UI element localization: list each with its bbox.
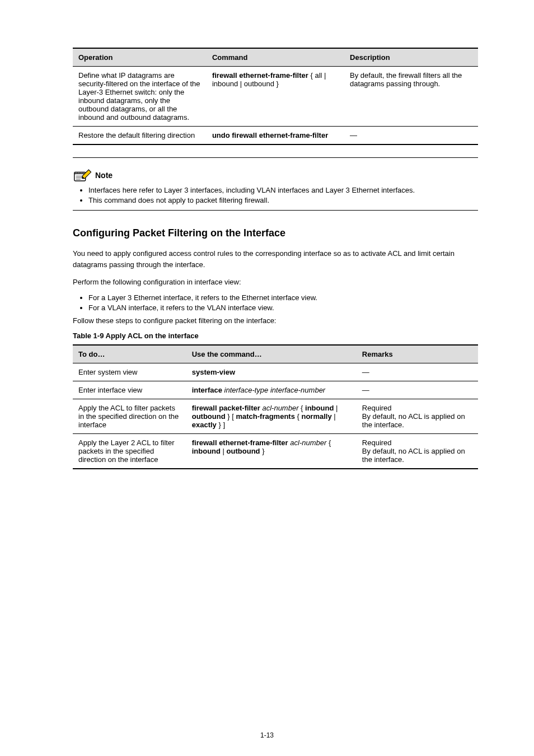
table-row: Enter interface view interface interface…	[73, 381, 478, 399]
divider	[73, 157, 478, 158]
cell-command: firewall ethernet-frame-filter acl-numbe…	[186, 434, 357, 469]
table-caption-text: Table 1-9 Apply ACL on the interface	[73, 332, 199, 340]
section-paragraph: You need to apply configured access cont…	[73, 248, 478, 270]
cell-remarks: —	[357, 381, 478, 399]
cell-todo: Apply the Layer 2 ACL to filter packets …	[73, 434, 186, 469]
cell-command: undo firewall ethernet-frame-filter	[207, 127, 344, 145]
page-number: 1-13	[0, 731, 534, 739]
table-row: Apply the Layer 2 ACL to filter packets …	[73, 434, 478, 469]
cell-todo: Enter interface view	[73, 381, 186, 399]
command-bold: firewall ethernet-frame-filter	[212, 71, 308, 80]
table2-header-command: Use the command…	[186, 345, 357, 363]
cell-operation: Restore the default filtering direction	[73, 127, 207, 145]
table-row: Enter system view system-view —	[73, 363, 478, 381]
table2-header-todo: To do…	[73, 345, 186, 363]
section-heading: Configuring Packet Filtering on the Inte…	[73, 227, 478, 239]
svg-point-6	[82, 172, 82, 173]
table-row: Apply the ACL to filter packets in the s…	[73, 399, 478, 434]
svg-point-4	[79, 172, 79, 173]
cell-remarks: RequiredBy default, no ACL is applied on…	[357, 399, 478, 434]
table-row: Define what IP datagrams are security-fi…	[73, 67, 478, 127]
follow-to-text: Follow these steps to configure packet f…	[73, 315, 478, 326]
cell-remarks: —	[357, 363, 478, 381]
table-apply-acl: To do… Use the command… Remarks Enter sy…	[73, 344, 478, 469]
page: Operation Command Description Define wha…	[0, 0, 534, 756]
note-icon	[73, 168, 92, 183]
svg-point-7	[83, 172, 84, 173]
command-bold: undo firewall ethernet-frame-filter	[212, 131, 328, 139]
table2-header-remarks: Remarks	[357, 345, 478, 363]
list-item: For a VLAN interface, it refers to the V…	[88, 304, 478, 312]
cell-command: interface interface-type interface-numbe…	[186, 381, 357, 399]
cell-todo: Enter system view	[73, 363, 186, 381]
table1-header-operation: Operation	[73, 48, 207, 67]
list-item: Interfaces here refer to Layer 3 interfa…	[88, 186, 478, 194]
list-item: This command does not apply to packet fi…	[88, 196, 478, 204]
table1-header-command: Command	[207, 48, 344, 67]
cell-command: firewall ethernet-frame-filter { all | i…	[207, 67, 344, 127]
table-row: Restore the default filtering direction …	[73, 127, 478, 145]
cell-description: By default, the firewall filters all the…	[344, 67, 478, 127]
table-firewall-filter: Operation Command Description Define wha…	[73, 48, 478, 145]
pre-list-text: Perform the following configuration in i…	[73, 277, 478, 288]
note-label: Note	[95, 171, 113, 180]
cell-command: firewall packet-filter acl-number { inbo…	[186, 399, 357, 434]
interface-view-bullets: For a Layer 3 Ethernet interface, it ref…	[73, 293, 478, 312]
note-block: Note Interfaces here refer to Layer 3 in…	[73, 168, 478, 204]
cell-operation: Define what IP datagrams are security-fi…	[73, 67, 207, 127]
cell-description: —	[344, 127, 478, 145]
cell-remarks: RequiredBy default, no ACL is applied on…	[357, 434, 478, 469]
divider	[73, 210, 478, 211]
table-caption: Table 1-9 Apply ACL on the interface	[73, 332, 478, 340]
list-item: For a Layer 3 Ethernet interface, it ref…	[88, 293, 478, 302]
note-bullets: Interfaces here refer to Layer 3 interfa…	[73, 186, 478, 204]
cell-todo: Apply the ACL to filter packets in the s…	[73, 399, 186, 434]
cell-command: system-view	[186, 363, 357, 381]
svg-point-3	[77, 172, 78, 173]
svg-point-2	[76, 172, 76, 173]
svg-point-5	[80, 172, 81, 173]
table1-header-description: Description	[344, 48, 478, 67]
